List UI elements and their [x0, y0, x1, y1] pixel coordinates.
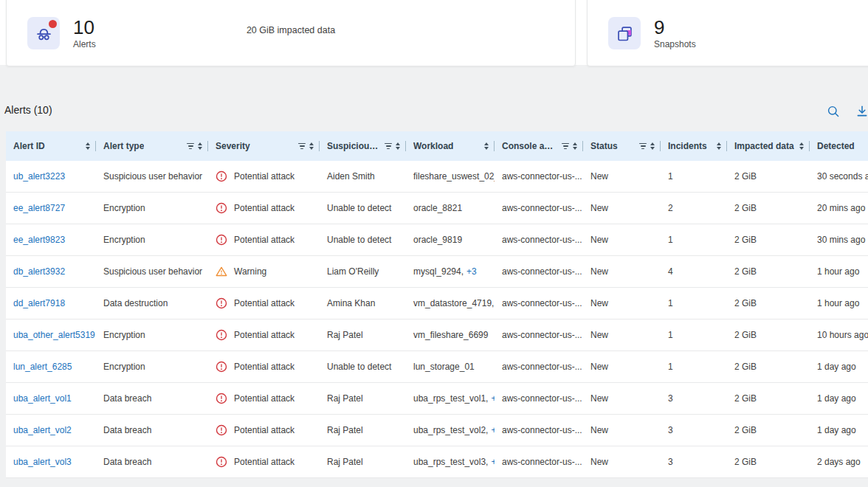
impacted-data-cell: 2 GiB: [727, 457, 810, 467]
column-header-console-agent[interactable]: Console agent: [495, 131, 583, 161]
alert-id-cell: uba_alert_vol1: [6, 393, 96, 404]
detected-cell: 20 mins ago: [810, 203, 868, 213]
column-header-icons: [558, 142, 582, 150]
table-row[interactable]: db_alert3932Suspicious user behaviorWarn…: [6, 256, 868, 288]
column-header-icons: [796, 142, 809, 150]
workload-more-link[interactable]: +3: [466, 266, 477, 277]
table-row[interactable]: ub_alert3223Suspicious user behaviorPote…: [6, 161, 868, 193]
search-icon[interactable]: [826, 104, 841, 119]
incidents-cell: 1: [661, 298, 727, 308]
alert-id-link[interactable]: dd_alert7918: [13, 298, 65, 308]
severity-label: Potential attack: [234, 298, 294, 308]
column-header-icons: [480, 142, 494, 150]
console-agent-cell: aws-connector-us-...: [495, 203, 583, 213]
suspicious-user-cell: Unable to detect: [320, 235, 406, 245]
alert-id-cell: uba_alert_vol2: [6, 425, 96, 435]
status-cell: New: [583, 425, 661, 435]
table-row[interactable]: uba_alert_vol1Data breachPotential attac…: [6, 383, 868, 415]
workload-cell: oracle_8821: [406, 203, 495, 213]
alert-id-link[interactable]: ub_alert3223: [13, 171, 65, 182]
column-header-suspicious-u[interactable]: Suspicious u...: [320, 131, 406, 161]
alert-type-cell: Encryption: [96, 203, 208, 213]
console-agent-cell: aws-connector-us-...: [495, 457, 583, 467]
alert-id-link[interactable]: ee_alert8727: [13, 203, 65, 213]
alert-id-link[interactable]: uba_alert_vol3: [13, 457, 72, 467]
download-icon[interactable]: [855, 104, 868, 119]
alert-id-cell: dd_alert7918: [6, 298, 96, 308]
severity-cell: Potential attack: [208, 202, 320, 214]
sort-icon[interactable]: [86, 142, 90, 150]
severity-label: Potential attack: [234, 457, 294, 467]
filter-icon[interactable]: [298, 143, 306, 150]
alert-id-link[interactable]: ee_alert9823: [13, 235, 65, 245]
severity-cell: Potential attack: [208, 234, 320, 246]
workload-name: fileshare_uswest_02_3:: [413, 171, 495, 182]
workload-cell: vm_fileshare_6699: [406, 330, 495, 340]
sort-icon[interactable]: [198, 142, 202, 150]
snapshots-summary-card: 9 Snapshots: [587, 0, 868, 66]
workload-name: oracle_9819: [413, 235, 462, 245]
alert-id-link[interactable]: uba_alert_vol2: [13, 425, 72, 435]
column-header-alert-type[interactable]: Alert type: [96, 131, 208, 161]
column-header-workload[interactable]: Workload: [406, 131, 495, 161]
column-header-alert-id[interactable]: Alert ID: [6, 131, 96, 161]
incidents-cell: 1: [661, 171, 727, 182]
table-row[interactable]: uba_other_alert5319EncryptionPotential a…: [6, 320, 868, 351]
workload-name: vm_fileshare_6699: [413, 330, 488, 340]
alert-circle-icon: [216, 234, 227, 246]
column-header-severity[interactable]: Severity: [208, 131, 320, 161]
detected-cell: 1 hour ago: [810, 266, 868, 277]
sort-icon[interactable]: [484, 142, 489, 150]
filter-icon[interactable]: [385, 143, 392, 150]
sort-icon[interactable]: [650, 142, 655, 150]
filter-icon[interactable]: [187, 143, 194, 150]
alerts-label: Alerts: [73, 39, 96, 49]
severity-label: Potential attack: [234, 330, 294, 340]
filter-icon[interactable]: [562, 143, 569, 150]
incidents-cell: 1: [661, 235, 727, 245]
workload-cell: vm_datastore_4719,+: [406, 298, 495, 308]
alert-id-link[interactable]: uba_alert_vol1: [13, 393, 72, 404]
column-label: Alert type: [103, 141, 144, 151]
column-header-incidents[interactable]: Incidents: [661, 131, 727, 161]
console-agent-cell: aws-connector-us-...: [495, 393, 583, 404]
status-cell: New: [583, 457, 661, 467]
sort-icon[interactable]: [717, 142, 721, 150]
column-header-icons: [636, 142, 660, 150]
alert-type-cell: Encryption: [96, 362, 208, 372]
alert-id-cell: ee_alert9823: [6, 235, 96, 245]
filter-icon[interactable]: [639, 143, 647, 150]
column-header-status[interactable]: Status: [583, 131, 661, 161]
sort-icon[interactable]: [573, 142, 577, 150]
alert-id-link[interactable]: lun_alert_6285: [13, 362, 72, 372]
sort-icon[interactable]: [309, 142, 314, 150]
status-cell: New: [583, 393, 661, 404]
alert-circle-icon: [216, 393, 227, 404]
detected-cell: 2 days ago: [810, 457, 868, 467]
alerts-section-title: Alerts (10): [4, 104, 52, 116]
alert-type-cell: Data breach: [96, 457, 208, 467]
table-row[interactable]: ee_alert9823EncryptionPotential attackUn…: [6, 224, 868, 256]
severity-cell: Potential attack: [208, 424, 320, 436]
column-header-detected[interactable]: Detected: [810, 131, 868, 161]
table-row[interactable]: uba_alert_vol2Data breachPotential attac…: [6, 415, 868, 446]
table-row[interactable]: dd_alert7918Data destructionPotential at…: [6, 288, 868, 320]
column-label: Impacted data: [734, 141, 794, 151]
column-header-icons: [381, 142, 405, 150]
workload-cell: uba_rps_test_vol1,+2: [406, 393, 495, 404]
incidents-cell: 3: [661, 457, 727, 467]
table-row[interactable]: ee_alert8727EncryptionPotential attackUn…: [6, 193, 868, 224]
alert-id-link[interactable]: db_alert3932: [13, 266, 65, 277]
table-row[interactable]: uba_alert_vol3Data breachPotential attac…: [6, 446, 868, 478]
alert-circle-icon: [216, 456, 227, 468]
alert-id-link[interactable]: uba_other_alert5319: [13, 330, 95, 340]
snapshots-label: Snapshots: [654, 39, 696, 49]
alert-type-cell: Data breach: [96, 425, 208, 435]
column-header-impacted-data[interactable]: Impacted data: [727, 131, 810, 161]
sort-icon[interactable]: [396, 142, 400, 150]
table-row[interactable]: lun_alert_6285EncryptionPotential attack…: [6, 351, 868, 383]
sort-icon[interactable]: [799, 142, 804, 150]
severity-label: Potential attack: [234, 425, 294, 435]
snapshots-count: 9: [654, 18, 696, 37]
column-label: Detected: [817, 141, 855, 151]
